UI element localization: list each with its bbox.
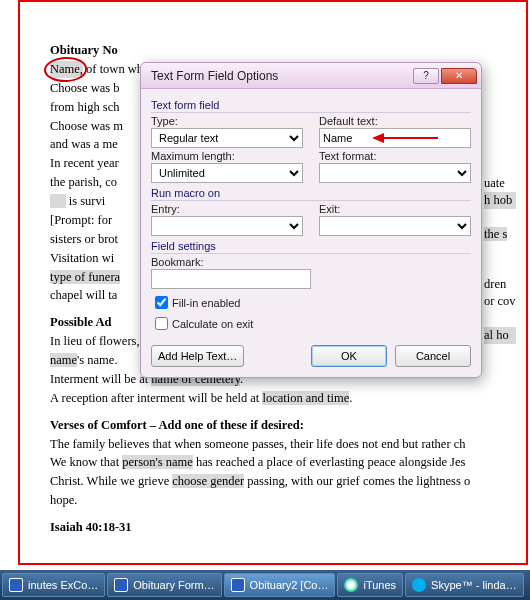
overflow-text: uate h hob the s dren or cov al ho	[484, 175, 516, 344]
label-max-length: Maximum length:	[151, 150, 303, 162]
text-form-field-options-dialog: Text Form Field Options ? ✕ Text form fi…	[140, 62, 482, 378]
text: chapel will ta	[50, 288, 117, 302]
text: A reception after interment will be held…	[50, 391, 262, 405]
taskbar-item[interactable]: Skype™ - linda…	[405, 573, 524, 597]
text: In recent year	[50, 156, 119, 170]
group-run-macro: Run macro on	[151, 187, 471, 201]
label-entry: Entry:	[151, 203, 303, 215]
skype-icon	[412, 578, 426, 592]
word-icon	[114, 578, 128, 592]
text: [Prompt: for	[50, 213, 112, 227]
text: Interment will be at	[50, 372, 151, 386]
heading-isaiah: Isaiah 40:18-31	[50, 519, 516, 536]
text: Visitation wi	[50, 251, 114, 265]
location-time-field[interactable]: location and time	[262, 391, 349, 405]
text: .	[349, 391, 352, 405]
group-text-form-field: Text form field	[151, 99, 471, 113]
label-bookmark: Bookmark:	[151, 256, 311, 268]
label-default-text: Default text:	[319, 115, 471, 127]
text: The family believes that when someone pa…	[50, 436, 516, 453]
dialog-titlebar[interactable]: Text Form Field Options ? ✕	[141, 63, 481, 89]
ok-button[interactable]: OK	[311, 345, 387, 367]
close-icon[interactable]: ✕	[441, 68, 477, 84]
calculate-checkbox-label[interactable]: Calculate on exit	[151, 314, 471, 333]
itunes-icon	[344, 578, 358, 592]
text: We know that	[50, 455, 122, 469]
group-field-settings: Field settings	[151, 240, 471, 254]
text: passing, with our grief comes the lightn…	[244, 474, 470, 488]
text: hope.	[50, 492, 516, 509]
entry-select[interactable]	[151, 216, 303, 236]
text: from high sch	[50, 100, 119, 114]
taskbar: inutes ExCo… Obituary Form… Obituary2 [C…	[0, 570, 530, 600]
help-icon[interactable]: ?	[413, 68, 439, 84]
text: is survi	[66, 194, 106, 208]
taskbar-item[interactable]: inutes ExCo…	[2, 573, 105, 597]
funeral-type-field[interactable]: type of funera	[50, 270, 120, 284]
label-exit: Exit:	[319, 203, 471, 215]
add-help-text-button[interactable]: Add Help Text…	[151, 345, 244, 367]
bookmark-input[interactable]	[151, 269, 311, 289]
text: the parish, co	[50, 175, 117, 189]
blank-field[interactable]	[50, 194, 66, 208]
word-icon	[231, 578, 245, 592]
text: has reached a place of everlasting peace…	[193, 455, 465, 469]
text: Choose was m	[50, 119, 123, 133]
taskbar-item[interactable]: Obituary Form…	[107, 573, 221, 597]
text: Christ. While we grieve	[50, 474, 172, 488]
gender-field[interactable]: choose gender	[172, 474, 244, 488]
max-length-select[interactable]: Unlimited	[151, 163, 303, 183]
taskbar-item[interactable]: iTunes	[337, 573, 403, 597]
text: sisters or brot	[50, 232, 118, 246]
text: and was a me	[50, 137, 118, 151]
heading-obituary: Obituary No	[50, 42, 516, 59]
taskbar-item-active[interactable]: Obituary2 [Co…	[224, 573, 336, 597]
label-type: Type:	[151, 115, 303, 127]
text-format-select[interactable]	[319, 163, 471, 183]
text: Choose was b	[50, 81, 119, 95]
default-text-input[interactable]	[319, 128, 471, 148]
fillin-checkbox-label[interactable]: Fill-in enabled	[151, 293, 471, 312]
text: 's name.	[77, 353, 117, 367]
fillin-checkbox[interactable]	[155, 296, 168, 309]
label-text-format: Text format:	[319, 150, 471, 162]
cancel-button[interactable]: Cancel	[395, 345, 471, 367]
person-name-field[interactable]: person's name	[122, 455, 193, 469]
calculate-checkbox[interactable]	[155, 317, 168, 330]
dialog-title: Text Form Field Options	[151, 69, 411, 83]
name2-field[interactable]: name	[50, 353, 77, 367]
heading-verses: Verses of Comfort – Add one of these if …	[50, 417, 516, 434]
type-select[interactable]: Regular text	[151, 128, 303, 148]
word-icon	[9, 578, 23, 592]
exit-select[interactable]	[319, 216, 471, 236]
name-field[interactable]: Name,	[50, 61, 83, 78]
